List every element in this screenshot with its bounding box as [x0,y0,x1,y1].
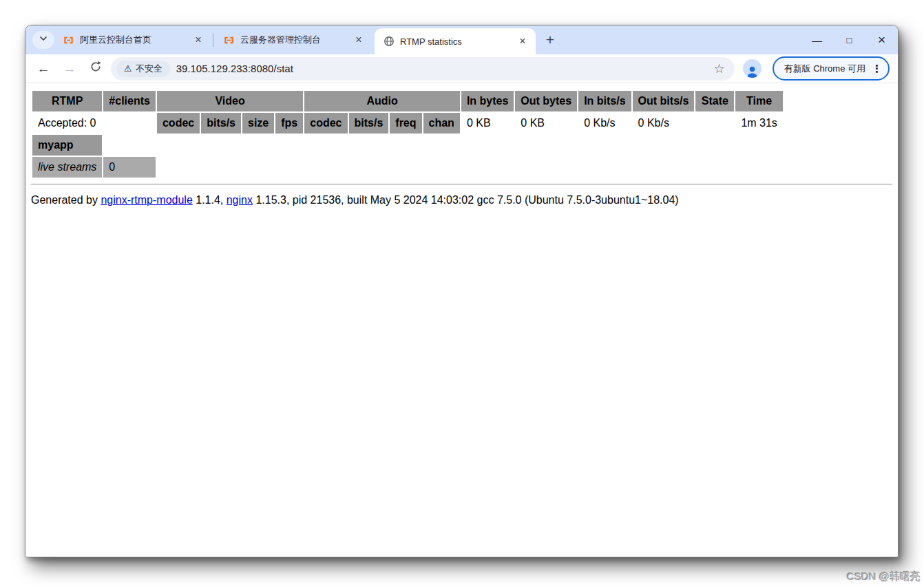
kebab-menu-icon: ⋮ [872,63,882,74]
footer-text: 1.1.4, [193,194,227,206]
window-controls: — □ × [801,25,898,54]
nginx-link[interactable]: nginx [227,194,253,206]
col-out-bits: Out bits/s [633,91,695,111]
reload-button[interactable] [85,58,107,80]
application-row: myapp [32,135,783,156]
col-time: Time [735,91,782,111]
browser-window: 阿里云控制台首页 × 云服务器管理控制台 × [25,25,899,557]
plus-icon: + [546,32,554,48]
col-audio: Audio [304,91,460,111]
col-video: Video [157,91,303,111]
forward-button[interactable]: → [59,58,81,80]
security-label: 不安全 [136,63,162,75]
application-name-cell: myapp [32,135,102,156]
aliyun-favicon-icon [63,34,74,46]
footer-text: Generated by [31,194,101,206]
browser-toolbar: ← → ⚠ 不安全 39.105.129.233:8080/stat ☆ [25,54,898,83]
subcol-video-bits: bits/s [201,113,241,134]
subcol-video-size: size [242,113,274,134]
col-in-bytes: In bytes [461,91,514,111]
nginx-rtmp-module-link[interactable]: nginx-rtmp-module [101,194,192,206]
rtmp-stat-table: RTMP #clients Video Audio In bytes Out b… [31,89,784,179]
in-bits-cell: 0 Kb/s [578,113,631,134]
forward-icon: → [63,61,76,76]
subcol-audio-chan: chan [423,113,460,134]
col-in-bits: In bits/s [578,91,631,111]
maximize-icon: □ [847,35,852,45]
out-bytes-cell: 0 KB [515,113,577,134]
rtmp-stat-page: RTMP #clients Video Audio In bytes Out b… [25,83,898,557]
minimize-icon: — [812,34,822,46]
profile-avatar[interactable] [743,59,762,78]
chrome-update-label: 有新版 Chrome 可用 [784,63,865,75]
in-bytes-cell: 0 KB [461,113,514,134]
accepted-cell: Accepted: 0 [32,113,156,134]
back-icon: ← [37,61,50,76]
warning-icon: ⚠ [124,64,132,73]
tab-close-icon[interactable]: × [191,32,206,47]
col-out-bytes: Out bytes [515,91,577,111]
tab-aliyun-console-home[interactable]: 阿里云控制台首页 × [54,25,211,54]
subcol-audio-bits: bits/s [349,113,389,134]
chevron-down-icon [39,34,48,46]
back-button[interactable]: ← [32,58,54,80]
time-cell: 1m 31s [735,113,782,134]
out-bits-cell: 0 Kb/s [633,113,695,134]
bookmark-star-icon[interactable]: ☆ [711,61,727,76]
generated-by-line: Generated by nginx-rtmp-module 1.1.4, ng… [31,194,892,206]
tab-search-button[interactable] [32,31,54,49]
col-state: State [695,91,734,111]
subcol-audio-freq: freq [390,113,421,134]
person-icon [745,65,759,78]
col-rtmp: RTMP [32,91,102,111]
subcol-video-fps: fps [275,113,303,134]
subcol-video-codec: codec [157,113,200,134]
tab-label: 云服务器管理控制台 [240,34,346,46]
url-text: 39.105.129.233:8080/stat [176,63,705,74]
chrome-update-button[interactable]: 有新版 Chrome 可用 ⋮ [773,56,890,81]
tab-divider [213,34,213,47]
tab-ecs-console[interactable]: 云服务器管理控制台 × [215,25,372,54]
close-icon: × [878,32,885,47]
tab-label: RTMP statistics [400,36,510,47]
table-summary-row: Accepted: 0 codec bits/s size fps codec … [32,113,783,134]
new-tab-button[interactable]: + [540,30,560,50]
footer-text: 1.15.3, pid 21536, built May 5 2024 14:0… [253,194,679,206]
live-streams-row: live streams 0 [32,157,783,178]
tab-close-icon[interactable]: × [515,34,530,49]
tab-close-icon[interactable]: × [351,32,366,47]
tab-rtmp-statistics[interactable]: RTMP statistics × [375,28,536,54]
aliyun-favicon-icon [223,34,235,46]
maximize-button[interactable]: □ [833,25,865,54]
tab-strip: 阿里云控制台首页 × 云服务器管理控制台 × [25,25,898,54]
subcol-audio-codec: codec [304,113,347,134]
address-bar[interactable]: ⚠ 不安全 39.105.129.233:8080/stat ☆ [111,57,735,81]
live-streams-label-cell: live streams [32,157,102,178]
globe-icon [383,36,395,47]
state-cell [695,113,734,134]
minimize-button[interactable]: — [801,25,833,54]
reload-icon [90,61,102,76]
close-window-button[interactable]: × [865,25,898,54]
separator [31,184,892,185]
tab-label: 阿里云控制台首页 [80,34,185,46]
site-security-chip[interactable]: ⚠ 不安全 [116,61,170,77]
live-streams-count-cell: 0 [103,157,156,178]
col-clients: #clients [103,91,156,111]
table-header-row: RTMP #clients Video Audio In bytes Out b… [32,91,783,111]
csdn-watermark: CSDN @韩曙亮 [847,570,921,584]
